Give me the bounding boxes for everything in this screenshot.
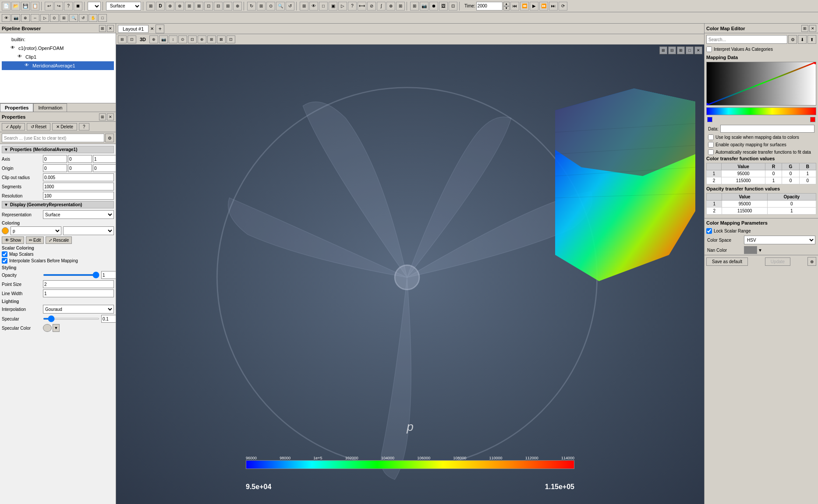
- specular-slider[interactable]: [43, 318, 99, 320]
- orient2-icon[interactable]: ⊕: [21, 14, 30, 22]
- tree-item-c1rotor[interactable]: 👁 c1{rotor}.OpenFOAM: [2, 44, 114, 53]
- apply-button[interactable]: ✓ Apply: [2, 123, 25, 130]
- viewport-canvas[interactable]: p 96000 98000 1e+5 102000 104000 106000 …: [116, 45, 704, 504]
- cme-data-input[interactable]: [720, 125, 814, 133]
- group-icon[interactable]: ⊞: [396, 2, 405, 11]
- camera-icon[interactable]: 📷: [420, 2, 428, 11]
- time-input[interactable]: [476, 2, 503, 11]
- specular-value-input[interactable]: [101, 315, 116, 323]
- interp-icon[interactable]: ⊞: [60, 14, 68, 22]
- pan-icon[interactable]: ✋: [89, 14, 97, 22]
- search-settings-btn[interactable]: ⚙: [105, 134, 114, 142]
- vp-interact5-icon[interactable]: ⊞: [207, 35, 216, 43]
- nan-color-arrow[interactable]: ▼: [758, 248, 762, 253]
- clip-out-radius-input[interactable]: [43, 173, 114, 181]
- change-input-icon[interactable]: ⊞: [146, 2, 155, 11]
- vp-corner-split-h-btn[interactable]: ⊟: [668, 46, 676, 54]
- update-button[interactable]: Update: [765, 257, 790, 266]
- resize-icon[interactable]: ⊡: [449, 2, 457, 11]
- axis-z-input[interactable]: [93, 155, 116, 163]
- orient-icon[interactable]: ⊙: [266, 2, 275, 11]
- vp-corner-close-btn[interactable]: ✕: [694, 46, 702, 54]
- tool8-icon[interactable]: ⊕: [233, 2, 242, 11]
- pipeline-close-btn[interactable]: ✕: [107, 25, 114, 32]
- auto-rescale-checkbox[interactable]: [708, 149, 714, 155]
- tab-properties[interactable]: Properties: [0, 103, 33, 112]
- point-size-input[interactable]: [43, 280, 114, 288]
- open-icon[interactable]: 📂: [11, 2, 20, 11]
- show-button[interactable]: 👁 Show: [2, 236, 24, 244]
- tab-close-icon[interactable]: ✕: [149, 26, 155, 31]
- tree-eye-clip1[interactable]: 👁: [18, 54, 24, 60]
- axis-y-input[interactable]: [68, 155, 92, 163]
- cme-close-btn[interactable]: ✕: [809, 25, 816, 32]
- tbl-icon[interactable]: ⊞: [300, 2, 308, 11]
- box-icon[interactable]: □: [319, 2, 328, 11]
- cme-left-arrow[interactable]: [707, 117, 712, 122]
- tool1-icon[interactable]: ⊕: [166, 2, 174, 11]
- time-spinner[interactable]: ▲ ▼: [503, 2, 510, 11]
- cme-settings-btn[interactable]: ⚙: [788, 35, 797, 44]
- vp-tool1-icon[interactable]: ⊞: [118, 35, 127, 43]
- rubber-icon[interactable]: □: [98, 14, 107, 22]
- grid-icon[interactable]: ⊞: [257, 2, 266, 11]
- tab-information[interactable]: Information: [33, 103, 67, 112]
- pipeline-float-btn[interactable]: ⊞: [99, 25, 106, 32]
- rescale-button[interactable]: ⤢ Rescale: [46, 236, 72, 244]
- tool2-icon[interactable]: ⊗: [175, 2, 184, 11]
- cme-import-btn[interactable]: ⬇: [798, 35, 807, 44]
- origin-y-input[interactable]: [68, 164, 92, 172]
- tree-eye-meridional[interactable]: 👁: [25, 63, 31, 69]
- vp-interact1-icon[interactable]: ↕: [169, 35, 177, 43]
- save-state-icon[interactable]: 📋: [31, 2, 39, 11]
- variable-dropdown[interactable]: p: [88, 2, 101, 11]
- redo-icon[interactable]: ↪: [54, 2, 63, 11]
- properties-section-header[interactable]: ▼ Properties (MeridionalAverage1): [2, 146, 114, 153]
- tool5-icon[interactable]: ⊡: [204, 2, 213, 11]
- interact-icon[interactable]: ↔: [31, 14, 39, 22]
- props-close-btn[interactable]: ✕: [107, 113, 114, 120]
- vp-interact3-icon[interactable]: ⊡: [188, 35, 197, 43]
- tool4-icon[interactable]: ⊠: [195, 2, 203, 11]
- line-width-input[interactable]: [43, 289, 114, 297]
- color-space-select[interactable]: HSV RGB Lab Diverging: [744, 236, 815, 244]
- lock-scalar-checkbox[interactable]: [706, 228, 712, 234]
- play-prev-icon[interactable]: ⏪: [520, 2, 529, 11]
- loop-icon[interactable]: ⟳: [559, 2, 567, 11]
- cme-search-input[interactable]: [706, 35, 787, 44]
- record-icon[interactable]: ⏺: [429, 2, 438, 11]
- origin-x-input[interactable]: [43, 164, 67, 172]
- nan-color-swatch[interactable]: [744, 246, 757, 254]
- play-next-icon[interactable]: ⏩: [539, 2, 548, 11]
- vp-interact4-icon[interactable]: ⊕: [198, 35, 206, 43]
- d-icon[interactable]: D: [156, 2, 165, 11]
- refresh-icon[interactable]: ↻: [247, 2, 256, 11]
- cme-export-btn[interactable]: ⬆: [807, 35, 816, 44]
- edit-button[interactable]: ✏ Edit: [26, 236, 44, 244]
- coloring-mode-select[interactable]: [63, 226, 114, 235]
- camera2-icon[interactable]: 📷: [11, 14, 20, 22]
- opacity-value-input[interactable]: [101, 271, 116, 279]
- viewport-tab-layout1[interactable]: Layout #1: [118, 25, 149, 33]
- time-up-btn[interactable]: ▲: [503, 2, 510, 6]
- time-down-btn[interactable]: ▼: [503, 6, 510, 11]
- tree-item-builtin[interactable]: builtin:: [2, 35, 114, 44]
- undo-icon[interactable]: ↩: [45, 2, 53, 11]
- vp-interact6-icon[interactable]: ⊠: [217, 35, 226, 43]
- select-icon[interactable]: ▷: [338, 2, 347, 11]
- rotate2-icon[interactable]: ↺: [79, 14, 88, 22]
- eyeball-icon[interactable]: 👁: [2, 14, 11, 22]
- tree-eye-c1rotor[interactable]: 👁: [11, 45, 17, 51]
- vp-tool2-icon[interactable]: ⊡: [127, 35, 136, 43]
- specular-color-arrow[interactable]: ▼: [53, 324, 60, 332]
- add-tab-btn[interactable]: +: [156, 25, 164, 33]
- eye2-icon[interactable]: 👁: [309, 2, 318, 11]
- representation-dropdown[interactable]: Surface: [106, 2, 141, 11]
- display-section-header[interactable]: ▼ Display (GeometryRepresentation): [2, 201, 114, 208]
- vp-interact2-icon[interactable]: ⊙: [178, 35, 187, 43]
- cme-bottom-icon[interactable]: ⊕: [807, 257, 816, 266]
- abort-icon[interactable]: ⏹: [74, 2, 82, 11]
- tree-item-meridional[interactable]: 👁 MeridionalAverage1: [2, 61, 114, 70]
- opacity-mapping-checkbox[interactable]: [708, 142, 714, 148]
- vp-corner-layout-btn[interactable]: ⊞: [659, 46, 667, 54]
